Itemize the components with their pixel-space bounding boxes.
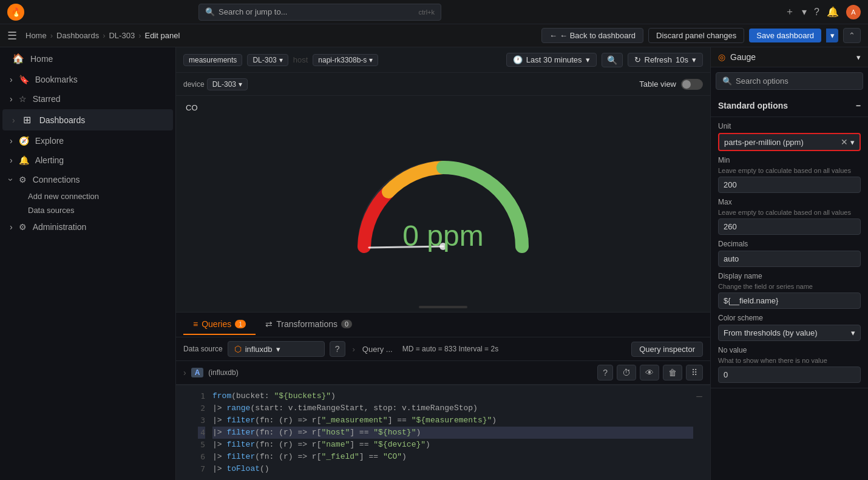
code-line-1: from(bucket: "${buckets}") — [212, 390, 693, 402]
panel-type-selector[interactable]: ◎ Gauge — [718, 52, 756, 62]
query-action-drag[interactable]: ⠿ — [686, 365, 703, 380]
chevron-icon[interactable]: ▾ — [802, 6, 807, 18]
save-dashboard-button[interactable]: Save dashboard — [749, 29, 821, 42]
no-value-input[interactable] — [718, 367, 861, 383]
refresh-button[interactable]: ↻ Refresh 10s ▾ — [628, 53, 704, 67]
home-icon: 🏠 — [12, 53, 24, 64]
table-view-toggle[interactable]: Table view — [639, 79, 703, 90]
influxdb-icon: ⬡ — [234, 344, 242, 354]
search-options-placeholder: Search options — [736, 76, 788, 86]
decimals-label: Decimals — [718, 240, 861, 248]
line-num-7: 7 — [198, 463, 205, 475]
sidebar-item-connections[interactable]: › ⚙ Connections — [0, 170, 175, 189]
gauge-value: 0 ppm — [402, 219, 483, 252]
query-help-button[interactable]: ? — [330, 341, 345, 357]
app-logo[interactable]: 🔥 — [7, 4, 24, 21]
code-editor: 1 2 3 4 5 6 7 from(bucket: "${buckets}")… — [176, 385, 710, 480]
min-label: Min — [718, 156, 861, 164]
search-options-box[interactable]: 🔍 Search options — [716, 72, 863, 90]
chevron-down-icon-panel[interactable]: ▾ — [856, 53, 861, 62]
db-select[interactable]: DL-303 ▾ — [247, 54, 288, 66]
sidebar-label-starred: Starred — [33, 94, 61, 104]
sidebar: 🏠 Home › 🔖 Bookmarks › ☆ Starred › ⊞ Das… — [0, 47, 176, 480]
breadcrumb-home[interactable]: Home — [25, 31, 47, 40]
tab-transformations[interactable]: ⇄ Transformations 0 — [256, 314, 362, 335]
main-layout: 🏠 Home › 🔖 Bookmarks › ☆ Starred › ⊞ Das… — [0, 47, 868, 480]
query-inspector-button[interactable]: Query inspector — [631, 342, 703, 357]
line-num-3: 3 — [198, 414, 205, 427]
query-toolbar: Data source ⬡ influxdb ▾ ? › Query ... M… — [176, 337, 710, 361]
breadcrumb-dashboards[interactable]: Dashboards — [56, 31, 99, 40]
help-icon[interactable]: ? — [814, 7, 819, 18]
collapse-button[interactable]: ⌃ — [843, 28, 861, 43]
query-action-delete[interactable]: 🗑 — [663, 365, 682, 380]
query-tabs: ≡ Queries 1 ⇄ Transformations 0 — [176, 312, 710, 337]
sidebar-item-data-sources[interactable]: Data sources — [0, 203, 175, 217]
query-action-help[interactable]: ? — [597, 365, 613, 380]
sidebar-label-dashboards: Dashboards — [39, 115, 86, 125]
color-scheme-select[interactable]: From thresholds (by value) ▾ — [718, 325, 861, 341]
collapse-code-icon[interactable]: — — [693, 390, 705, 402]
sidebar-item-starred[interactable]: › ☆ Starred — [0, 89, 175, 109]
sidebar-item-dashboards[interactable]: › ⊞ Dashboards — [2, 109, 173, 130]
save-dashboard-arrow[interactable]: ▾ — [826, 29, 838, 42]
display-name-label: Display name — [718, 272, 861, 280]
query-row-header: › A (influxdb) ? ⏱ 👁 🗑 ⠿ — [176, 361, 710, 385]
toggle-switch[interactable] — [681, 79, 703, 90]
global-search[interactable]: 🔍 Search or jump to... ctrl+k — [198, 4, 441, 21]
unit-select[interactable]: parts-per-million (ppm) ✕ ▾ — [718, 133, 861, 151]
grafana-icon: 🔥 — [11, 7, 21, 17]
bell-icon[interactable]: 🔔 — [827, 6, 839, 18]
display-name-input[interactable] — [718, 292, 861, 309]
sidebar-item-home[interactable]: 🏠 Home — [2, 48, 173, 69]
query-action-eye[interactable]: 👁 — [640, 365, 659, 380]
unit-actions: ✕ ▾ — [841, 137, 855, 147]
code-content[interactable]: from(bucket: "${buckets}") |> range(star… — [212, 390, 693, 475]
avatar[interactable]: A — [846, 5, 861, 19]
zoom-out-button[interactable]: 🔍 — [602, 53, 623, 67]
code-line-7: |> toFloat() — [212, 463, 693, 475]
query-actions: ? ⏱ 👁 🗑 ⠿ — [597, 365, 703, 380]
expand-icon-4: › — [10, 136, 13, 146]
device-select[interactable]: DL-303 ▾ — [207, 78, 248, 90]
query-name[interactable]: Query ... — [362, 345, 393, 354]
scrollbar[interactable] — [419, 306, 467, 308]
query-action-time[interactable]: ⏱ — [617, 365, 636, 380]
max-input[interactable] — [718, 218, 861, 235]
plus-icon[interactable]: ＋ — [785, 5, 795, 18]
menu-icon[interactable]: ☰ — [7, 29, 17, 42]
sidebar-label-alerting: Alerting — [35, 155, 64, 165]
sidebar-item-bookmarks[interactable]: › 🔖 Bookmarks — [0, 70, 175, 89]
discard-changes-button[interactable]: Discard panel changes — [648, 28, 744, 43]
device-label: device — [183, 80, 205, 89]
host-select[interactable]: napi-rk3308b-s ▾ — [313, 54, 378, 66]
unit-chevron[interactable]: ▾ — [850, 138, 855, 147]
min-input[interactable] — [718, 177, 861, 193]
top-nav-right: ＋ ▾ ? 🔔 A — [785, 5, 861, 19]
tab-queries[interactable]: ≡ Queries 1 — [183, 314, 256, 335]
standard-options-header[interactable]: Standard options − — [711, 95, 868, 117]
measurement-tag: measurements — [183, 54, 242, 66]
back-dashboard-button[interactable]: ← ← Back to dashboard — [541, 28, 643, 43]
breadcrumb-actions: ← ← Back to dashboard Discard panel chan… — [541, 28, 861, 43]
sidebar-item-administration[interactable]: › ⚙ Administration — [0, 217, 175, 237]
right-panel: ◎ Gauge ▾ 🔍 Search options Standard opti… — [710, 47, 868, 480]
decimals-input[interactable] — [718, 251, 861, 267]
breadcrumb-sep-1: › — [50, 31, 53, 40]
query-meta: MD = auto = 833 Interval = 2s — [402, 345, 498, 353]
query-editor-area: Data source ⬡ influxdb ▾ ? › Query ... M… — [176, 337, 710, 480]
sidebar-item-add-connection[interactable]: Add new connection — [0, 189, 175, 203]
search-placeholder: Search or jump to... — [219, 7, 287, 16]
chevron-down-icon-5: ▾ — [239, 80, 242, 89]
datasource-select[interactable]: ⬡ influxdb ▾ — [228, 341, 325, 357]
breadcrumb-dl303[interactable]: DL-303 — [109, 31, 135, 40]
unit-clear-button[interactable]: ✕ — [841, 137, 848, 147]
breadcrumb-sep-3: › — [138, 31, 141, 40]
sidebar-item-explore[interactable]: › 🧭 Explore — [0, 131, 175, 150]
search-options-icon: 🔍 — [722, 76, 732, 86]
time-range-picker[interactable]: 🕐 Last 30 minutes ▾ — [506, 53, 597, 67]
expand-icon-2: › — [10, 94, 13, 104]
sidebar-item-alerting[interactable]: › 🔔 Alerting — [0, 150, 175, 170]
gauge-visual: 0 ppm — [346, 143, 540, 265]
collapse-query-icon[interactable]: › — [183, 368, 186, 377]
